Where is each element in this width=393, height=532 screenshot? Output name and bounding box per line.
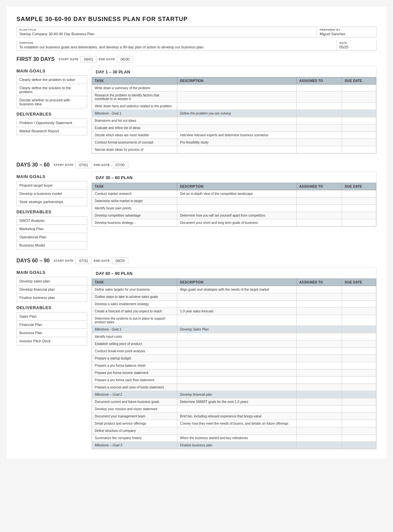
task-cell-task: Narrow down ideas by process of <box>92 146 177 153</box>
days6090-deliverables-table: Sales PlanFinancial PlanBusiness PlanInv… <box>16 312 87 345</box>
task-cell-due <box>342 333 376 340</box>
task-cell-task: Milestone – Goal 3 <box>92 442 177 449</box>
task-cell-assigned <box>297 212 342 219</box>
days6090-goals-title: MAIN GOALS <box>16 270 87 275</box>
task-cell-desc <box>177 92 297 103</box>
section-30-60: DAYS 30 – 60 START DATE 07/01 END DATE 0… <box>16 162 377 250</box>
header-grid: PLAN TITLE Startup Company 30-60-90 Day … <box>16 27 377 38</box>
task-cell-desc: Finalize business plan <box>177 442 297 449</box>
days6090-end-label: END DATE <box>94 259 110 262</box>
goal-item: Investor Pitch Deck <box>17 337 87 345</box>
first30-goals-table: Clearly define the problem to solveClear… <box>16 75 87 108</box>
task-cell-due <box>342 391 376 398</box>
days6090-content: MAIN GOALS Develop sales planDevelop fin… <box>16 267 377 449</box>
days3060-left: MAIN GOALS Pinpoint target buyerDevelop … <box>16 172 87 250</box>
task-cell-task: Develop a sales enablement strategy <box>92 301 177 308</box>
task-cell-due <box>342 286 376 293</box>
goal-item: Operational Plan <box>17 233 87 241</box>
days3060-header: DAYS 30 – 60 START DATE 07/01 END DATE 0… <box>16 162 377 168</box>
days6090-plan-title: DAY 60 – 90 PLAN <box>92 268 376 279</box>
days6090-left: MAIN GOALS Develop sales planDevelop fin… <box>16 267 87 345</box>
task-cell-task: Decide which ideas are most feasible <box>92 132 177 139</box>
goal-item: Develop financial plan <box>17 285 87 294</box>
plan-title-label: PLAN TITLE <box>19 28 314 31</box>
task-cell-assigned <box>297 190 342 198</box>
task-cell-assigned <box>297 219 342 226</box>
task-cell-due <box>342 420 376 427</box>
first30-end-label: END DATE <box>99 58 115 61</box>
first30-col-assigned: ASSIGNED TO <box>297 77 342 85</box>
days3060-col-assigned: ASSIGNED TO <box>297 183 342 190</box>
task-cell-assigned <box>297 110 342 117</box>
task-cell-assigned <box>297 124 342 132</box>
task-cell-desc: Develop Sales Plan <box>177 326 297 333</box>
task-cell-task: Prepare a pro forma balance sheet <box>92 362 177 369</box>
days3060-deliverables-table: SWOT AnalysisMarketing PlanOperational P… <box>16 216 87 250</box>
task-cell-due <box>342 427 376 435</box>
task-cell-task: Prepare pro forma income statement <box>92 369 177 377</box>
task-cell-assigned <box>297 391 342 398</box>
task-cell-desc <box>177 355 297 362</box>
task-cell-due <box>342 384 376 391</box>
task-cell-due <box>342 435 376 442</box>
task-cell-due <box>342 398 376 406</box>
task-cell-assigned <box>297 340 342 348</box>
section-60-90: DAYS 60 – 90 START DATE 07/31 END DATE 0… <box>16 257 377 449</box>
task-cell-desc: Pre-feasibility study <box>177 139 297 146</box>
task-cell-due <box>342 315 376 326</box>
days6090-title: DAYS 60 – 90 <box>16 258 50 264</box>
task-cell-assigned <box>297 205 342 212</box>
task-cell-assigned <box>297 146 342 153</box>
first30-deliverables-table: Problem / Opportunity StatementMarket Re… <box>16 119 87 135</box>
task-cell-desc <box>177 333 297 340</box>
days3060-dates: START DATE 07/01 END DATE 07/30 <box>54 162 128 168</box>
days3060-goals-title: MAIN GOALS <box>16 174 87 179</box>
days6090-col-assigned: ASSIGNED TO <box>297 279 342 286</box>
days6090-start-label: START DATE <box>54 259 74 262</box>
task-cell-desc <box>177 348 297 355</box>
date-cell: DATE 05/25 <box>337 40 376 50</box>
task-cell-assigned <box>297 301 342 308</box>
task-cell-task: Develop competitive advantage <box>92 212 177 219</box>
task-cell-task: Create a forecast of sales you expect to… <box>92 308 177 315</box>
task-cell-assigned <box>297 326 342 333</box>
task-cell-task: Conduct break-even point analysis <box>92 348 177 355</box>
task-cell-desc <box>177 293 297 301</box>
days6090-task-panel: DAY 60 – 90 PLAN TASK DESCRIPTION ASSIGN… <box>91 267 377 449</box>
task-cell-task: Milestone - Goal 1 <box>92 110 177 117</box>
task-cell-assigned <box>297 333 342 340</box>
task-cell-task: Prepare a startup budget <box>92 355 177 362</box>
days6090-goals-table: Develop sales planDevelop financial plan… <box>16 277 87 302</box>
first30-header: FIRST 30 DAYS START DATE 06/01 END DATE … <box>16 56 377 63</box>
purpose-cell: PURPOSE To establish our business goals … <box>17 40 337 50</box>
task-cell-task: Conduct market research <box>92 190 177 198</box>
days3060-task-table: TASK DESCRIPTION ASSIGNED TO DUE DATE Co… <box>92 183 376 226</box>
first30-task-panel: DAY 1 – 30 PLAN TASK DESCRIPTION ASSIGNE… <box>91 66 377 154</box>
task-cell-desc <box>177 301 297 308</box>
task-cell-task: Research the problem to identify factors… <box>92 92 177 103</box>
task-cell-desc: Document your short and long term goals … <box>177 219 297 226</box>
task-cell-desc: Determine how you will set yourself apar… <box>177 212 297 219</box>
task-cell-due <box>342 377 376 384</box>
task-cell-desc: Align goals and strategies with the need… <box>177 286 297 293</box>
task-cell-due <box>342 212 376 219</box>
task-cell-desc <box>177 369 297 377</box>
task-cell-assigned <box>297 85 342 92</box>
task-cell-due <box>342 132 376 139</box>
first30-deliverables-title: DELIVERABLES <box>16 112 87 117</box>
days6090-header: DAYS 60 – 90 START DATE 07/31 END DATE 0… <box>16 257 377 264</box>
task-cell-assigned <box>297 362 342 369</box>
goal-item: Marketing Plan <box>17 225 87 233</box>
purpose-value: To establish our business goals and deli… <box>19 45 334 49</box>
first30-start-label: START DATE <box>59 58 79 61</box>
days6090-end-value: 08/29 <box>112 257 128 264</box>
plan-title-value: Startup Company 30-60-90 Day Business Pl… <box>19 32 314 36</box>
prepared-by-value: Miguel Sanchez <box>320 32 374 36</box>
days6090-task-table: TASK DESCRIPTION ASSIGNED TO DUE DATE De… <box>92 279 376 449</box>
goal-item: Problem / Opportunity Statement <box>17 119 87 127</box>
task-cell-due <box>342 326 376 333</box>
first30-content: MAIN GOALS Clearly define the problem to… <box>16 66 377 154</box>
days3060-end-label: END DATE <box>94 163 110 167</box>
first30-dates: START DATE 06/01 END DATE 06/30 <box>59 56 133 63</box>
task-cell-due <box>342 124 376 132</box>
